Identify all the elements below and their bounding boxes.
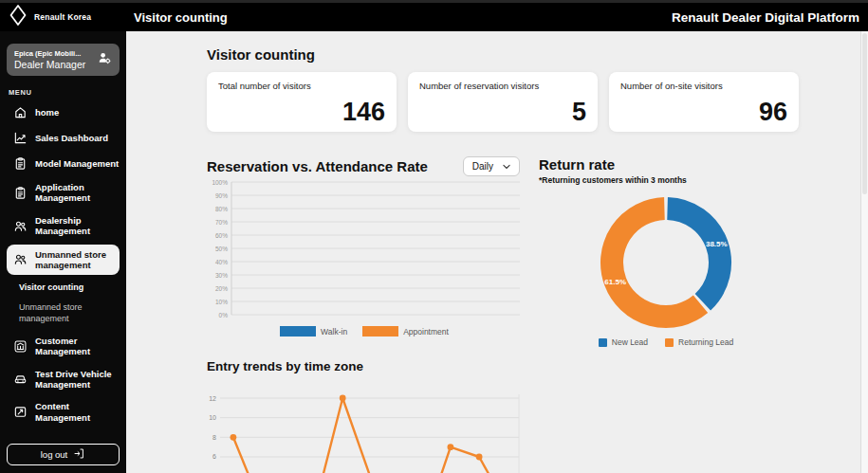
renault-logo-icon: [9, 4, 28, 30]
appointment-swatch: [362, 326, 398, 337]
line-chart-icon: [13, 131, 28, 145]
sidebar-item-model-management[interactable]: Model Management: [0, 151, 126, 176]
stat-card-value: 96: [759, 100, 787, 123]
return-rate-title: Return rate: [539, 156, 793, 173]
clipboard-icon: [13, 156, 28, 171]
return-rate-legend: New Lead Returning Lead: [539, 337, 793, 347]
period-select[interactable]: Daily: [463, 156, 520, 176]
return-rate-subtitle: *Returning customers within 3 months: [539, 175, 793, 185]
logout-label: log out: [41, 449, 68, 460]
sidebar-item-sales-dashboard[interactable]: Sales Dashboard: [0, 125, 126, 151]
reservation-attendance-chart: 100%90%80%70%60%50%40%30%20%10%0%: [207, 176, 522, 320]
user-name: Epica (Epic Mobili...: [14, 49, 85, 58]
returning-lead-swatch: [665, 338, 674, 347]
svg-text:12: 12: [209, 395, 216, 402]
svg-text:20%: 20%: [215, 285, 228, 292]
svg-text:10%: 10%: [215, 299, 228, 305]
main-content: Visitor counting Total number of visitor…: [126, 31, 868, 473]
svg-text:40%: 40%: [215, 259, 228, 265]
svg-text:38.5%: 38.5%: [706, 240, 728, 248]
sidebar-subitem-unmanned-store-management[interactable]: Unmanned store management: [0, 297, 106, 329]
platform-title: Renault Dealer Digital Platform: [672, 10, 868, 25]
stat-card-total-visitors: Total number of visitors 146: [207, 72, 397, 132]
return-rate-donut-chart: 38.5%61.5%: [590, 188, 742, 337]
stat-card-value: 5: [572, 100, 586, 123]
legend-item-walkin: Walk-in: [280, 326, 347, 337]
legend-item-returning-lead: Returning Lead: [665, 337, 733, 347]
sidebar-item-label: Unmanned store management: [35, 249, 116, 271]
sidebar-item-dealership-management[interactable]: Dealership Management: [0, 209, 126, 243]
legend-label: Appointment: [403, 327, 449, 337]
svg-text:6: 6: [212, 453, 216, 460]
legend-label: Returning Lead: [678, 337, 733, 347]
stat-card-onsite-visitors: Number of on-site visitors 96: [609, 72, 799, 132]
sidebar-item-customer-management[interactable]: Customer Management: [0, 330, 126, 363]
sidebar-item-test-drive-vehicle-management[interactable]: Test Drive Vehicle Management: [0, 363, 126, 396]
sidebar-item-label: Content Management: [35, 401, 122, 423]
entry-trends-chart: 121086: [207, 383, 524, 473]
svg-text:61.5%: 61.5%: [604, 278, 626, 286]
sidebar-item-home[interactable]: home: [0, 100, 126, 125]
svg-text:50%: 50%: [215, 246, 228, 252]
sidebar-item-label: Customer Management: [35, 336, 122, 357]
scrollbar-thumb[interactable]: [862, 33, 867, 194]
vertical-scrollbar[interactable]: [860, 31, 868, 473]
svg-text:10: 10: [209, 414, 216, 421]
sidebar-nav: home Sales Dashboard Model Management Ap…: [0, 100, 126, 428]
charts-row: Reservation vs. Attendance Rate Daily 10…: [207, 156, 868, 347]
new-lead-swatch: [599, 338, 607, 347]
home-icon: [13, 105, 28, 119]
sidebar-item-label: Test Drive Vehicle Management: [35, 369, 122, 391]
user-role: Dealer Manager: [14, 59, 85, 70]
entry-trends-panel: Entry trends by time zone 121086: [207, 359, 868, 473]
stat-card-label: Total number of visitors: [218, 81, 385, 91]
sidebar-item-unmanned-store-management[interactable]: Unmanned store management: [7, 245, 120, 276]
legend-item-new-lead: New Lead: [599, 337, 648, 347]
return-rate-panel: Return rate *Returning customers within …: [539, 156, 793, 347]
sidebar: Epica (Epic Mobili... Dealer Manager MEN…: [0, 31, 126, 473]
svg-text:60%: 60%: [215, 232, 228, 239]
logout-button[interactable]: log out: [7, 444, 120, 465]
sidebar-item-content-management[interactable]: Content Management: [0, 395, 126, 428]
svg-text:30%: 30%: [215, 272, 228, 279]
walkin-swatch: [280, 326, 316, 337]
stat-card-reservation-visitors: Number of reservation visitors 5: [408, 72, 598, 132]
menu-section-label: MENU: [9, 88, 126, 97]
legend-label: Walk-in: [321, 327, 347, 337]
reservation-chart-legend: Walk-in Appointment: [207, 326, 522, 337]
page-title: Visitor counting: [134, 10, 228, 25]
brand-name: Renault Korea: [34, 12, 91, 22]
sidebar-item-label: Dealership Management: [35, 215, 122, 237]
svg-text:80%: 80%: [215, 206, 228, 212]
brand[interactable]: Renault Korea: [0, 4, 126, 30]
chevron-down-icon: [503, 161, 510, 172]
sidebar-item-label: Application Management: [35, 182, 122, 204]
sidebar-item-label: Model Management: [35, 158, 119, 169]
clipboard-icon: [13, 186, 28, 200]
people-icon: [13, 219, 28, 233]
car-icon: [13, 372, 28, 386]
svg-text:8: 8: [212, 434, 216, 441]
sidebar-subitem-visitor-counting[interactable]: Visitor counting: [0, 277, 126, 297]
legend-item-appointment: Appointment: [362, 326, 449, 337]
top-bar: Renault Korea Visitor counting Renault D…: [0, 0, 868, 31]
stat-cards-row: Total number of visitors 146 Number of r…: [207, 72, 868, 132]
storefront-icon: [13, 339, 28, 354]
sidebar-item-label: home: [35, 107, 59, 118]
stat-card-label: Number of on-site visitors: [620, 81, 787, 91]
sidebar-item-label: Sales Dashboard: [35, 133, 108, 143]
sidebar-item-application-management[interactable]: Application Management: [0, 176, 126, 209]
svg-text:100%: 100%: [212, 179, 228, 186]
reservation-chart-title: Reservation vs. Attendance Rate: [207, 158, 428, 174]
section-heading: Visitor counting: [207, 46, 868, 63]
entry-trends-title: Entry trends by time zone: [207, 359, 868, 373]
reservation-attendance-panel: Reservation vs. Attendance Rate Daily 10…: [207, 156, 539, 347]
svg-text:0%: 0%: [219, 312, 229, 318]
user-card[interactable]: Epica (Epic Mobili... Dealer Manager: [7, 44, 120, 76]
user-gear-icon: [98, 51, 112, 69]
svg-text:90%: 90%: [215, 192, 228, 199]
content-edit-icon: [13, 405, 28, 419]
stat-card-label: Number of reservation visitors: [419, 81, 586, 91]
svg-text:70%: 70%: [215, 219, 228, 226]
stat-card-value: 146: [342, 100, 385, 123]
